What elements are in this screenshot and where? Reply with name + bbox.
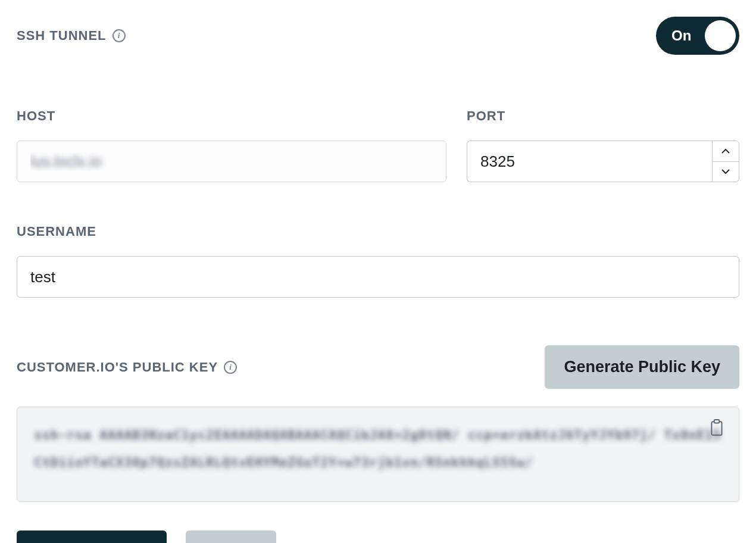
public-key-label-group: CUSTOMER.IO'S PUBLIC KEY i [17,360,237,375]
toggle-state-label: On [671,27,691,44]
port-input[interactable] [467,141,712,182]
svg-rect-1 [714,420,720,423]
toggle-knob [705,20,736,51]
cancel-button[interactable]: Cancel [186,530,277,543]
public-key-header: CUSTOMER.IO'S PUBLIC KEY i Generate Publ… [17,345,739,389]
generate-public-key-button[interactable]: Generate Public Key [545,345,739,389]
username-field: USERNAME [17,224,739,298]
port-field: PORT [467,108,739,182]
port-spinner [712,141,739,182]
ssh-tunnel-toggle[interactable]: On [656,17,739,55]
port-decrement-button[interactable] [713,162,739,182]
svg-rect-0 [711,422,721,435]
public-key-content: ssh-rsa AAAAB3NzaC1yc2EAAAADAQABAAACAQCi… [34,422,722,476]
port-increment-button[interactable] [713,141,739,162]
action-buttons: Save Database Cancel [17,530,739,543]
info-icon[interactable]: i [113,29,126,42]
chevron-up-icon [721,148,730,154]
public-key-box: ssh-rsa AAAAB3NzaC1yc2EAAAADAQABAAACAQCi… [17,407,739,502]
port-label: PORT [467,108,739,124]
ssh-tunnel-label: SSH TUNNEL [17,28,107,43]
port-input-wrap [467,141,739,182]
username-input[interactable] [17,256,739,298]
host-port-row: HOST PORT [17,108,739,182]
host-field: HOST [17,108,446,182]
host-input[interactable] [17,141,446,182]
host-label: HOST [17,108,446,124]
ssh-tunnel-header: SSH TUNNEL i On [17,17,739,55]
save-database-button[interactable]: Save Database [17,530,167,543]
chevron-down-icon [721,169,730,174]
ssh-tunnel-label-group: SSH TUNNEL i [17,28,126,43]
username-label: USERNAME [17,224,739,239]
info-icon[interactable]: i [224,361,237,374]
public-key-label: CUSTOMER.IO'S PUBLIC KEY [17,360,218,375]
clipboard-icon [709,419,724,437]
copy-icon[interactable] [709,419,724,437]
